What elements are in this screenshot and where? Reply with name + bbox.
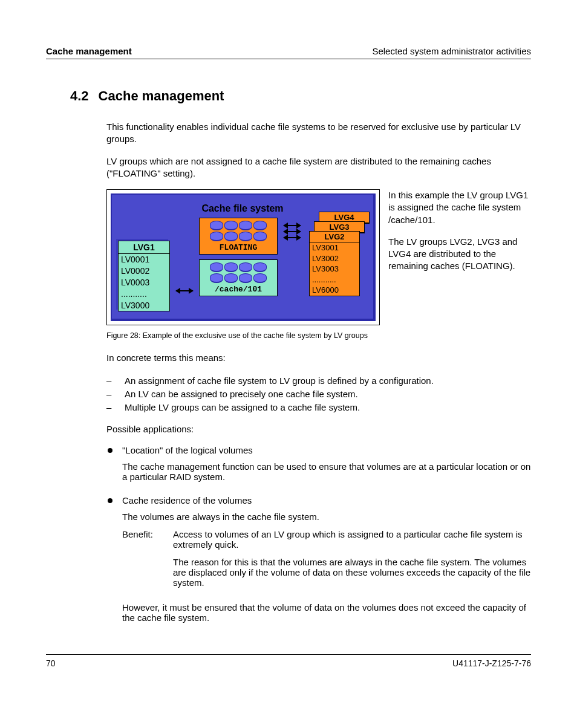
- lvg1-row: LV0003: [119, 277, 169, 288]
- bullet2-p1: The volumes are always in the cache file…: [122, 512, 531, 522]
- intro-paragraph-2: LV groups which are not assigned to a ca…: [106, 155, 531, 180]
- dash-icon: –: [106, 401, 115, 414]
- arrow-icon: [176, 290, 193, 291]
- intro-paragraph-1: This functionality enables individual ca…: [106, 121, 531, 146]
- benefit-p1: Access to volumes of an LV group which i…: [173, 529, 531, 550]
- figure-box: Cache file system LVG1 LV0001 LV0002 LV0…: [106, 189, 380, 325]
- bullet-location: "Location" of the logical volumes The ca…: [106, 445, 531, 489]
- lvg2-row: LV3001: [310, 242, 359, 253]
- cache-floating: FLOATING: [199, 218, 278, 255]
- bullet2-head: Cache residence of the volumes: [122, 495, 531, 505]
- lvg2-card: LVG2 LV3001 LV3002 LV3003 ........... LV…: [309, 231, 360, 296]
- lvg2-row: LV3003: [310, 264, 359, 275]
- lvg1-row: ...........: [119, 288, 169, 300]
- bullet1-body: The cache management function can be use…: [122, 461, 531, 482]
- figure-caption: Figure 28: Example of the exclusive use …: [106, 331, 531, 340]
- header-section: Cache management: [46, 46, 132, 56]
- arrow-icon: [284, 231, 301, 232]
- dash-icon: –: [106, 388, 115, 400]
- header-chapter: Selected system administrator activities: [372, 46, 531, 56]
- page-number: 70: [46, 658, 56, 668]
- figure-row: Cache file system LVG1 LV0001 LV0002 LV0…: [106, 189, 531, 325]
- dash-text: Multiple LV groups can be assigned to a …: [125, 401, 360, 414]
- cache-floating-label: FLOATING: [201, 242, 276, 253]
- section-number: 4.2: [70, 88, 89, 104]
- cache-101-label: /cache/101: [201, 284, 276, 294]
- dash-item: –An LV can be assigned to precisely one …: [106, 388, 531, 400]
- arrow-icon: [284, 237, 301, 238]
- dash-item: –An assignment of cache file system to L…: [106, 374, 531, 387]
- benefit-p2: The reason for this is that the volumes …: [173, 557, 531, 588]
- lvg2-head: LVG2: [310, 232, 359, 242]
- dash-text: An assignment of cache file system to LV…: [125, 374, 434, 387]
- diagram-canvas: Cache file system LVG1 LV0001 LV0002 LV0…: [111, 193, 376, 321]
- lvg1-row: LV0001: [119, 254, 169, 265]
- doc-id: U41117-J-Z125-7-76: [452, 658, 531, 668]
- lvg2-row: LV6000: [310, 285, 359, 296]
- bullet2-p2: However, it must be ensured that the vol…: [122, 602, 531, 623]
- lvg1-row: LV3000: [119, 300, 169, 311]
- dash-list: –An assignment of cache file system to L…: [106, 374, 531, 414]
- benefit-row: Benefit: Access to volumes of an LV grou…: [122, 529, 531, 595]
- lvg2-row: LV3002: [310, 253, 359, 264]
- lvg1-head: LVG1: [119, 241, 169, 254]
- page-footer: 70 U41117-J-Z125-7-76: [46, 654, 531, 668]
- page-header: Cache management Selected system adminis…: [46, 46, 531, 59]
- figure-side-text: In this example the LV group LVG1 is ass…: [388, 189, 531, 282]
- lvg2-row: ...........: [310, 275, 359, 285]
- dash-item: –Multiple LV groups can be assigned to a…: [106, 401, 531, 414]
- cache-101: /cache/101: [199, 259, 278, 296]
- bullet-icon: [108, 448, 112, 453]
- arrow-icon: [284, 225, 301, 226]
- concrete-intro: In concrete terms this means:: [106, 352, 531, 364]
- lvg1-box: LVG1 LV0001 LV0002 LV0003 ........... LV…: [118, 241, 170, 311]
- side-text-p2: The LV groups LVG2, LVG3 and LVG4 are di…: [388, 236, 531, 273]
- apps-intro: Possible applications:: [106, 423, 531, 435]
- section-heading: 4.2 Cache management: [70, 88, 531, 104]
- lvg1-row: LV0002: [119, 265, 169, 277]
- benefit-label: Benefit:: [122, 529, 165, 595]
- bullet-icon: [108, 498, 112, 503]
- bullet-residence: Cache residence of the volumes The volum…: [106, 495, 531, 630]
- dash-icon: –: [106, 374, 115, 387]
- bullet1-head: "Location" of the logical volumes: [122, 445, 531, 455]
- section-name: Cache management: [99, 88, 224, 104]
- side-text-p1: In this example the LV group LVG1 is ass…: [388, 189, 531, 226]
- dash-text: An LV can be assigned to precisely one c…: [125, 388, 358, 400]
